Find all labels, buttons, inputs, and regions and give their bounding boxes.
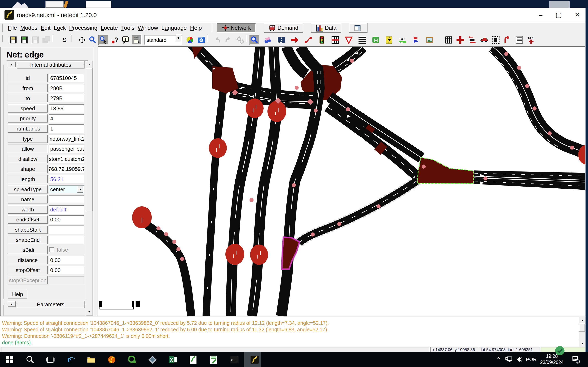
menu-button-icon[interactable]: MENU	[132, 35, 142, 45]
grid-icon[interactable]	[443, 35, 453, 45]
collapse-parameters-button[interactable]: ▲	[8, 301, 16, 307]
panel-scrollbar[interactable]: ▲ ▼	[86, 61, 93, 316]
picture-decal-icon[interactable]	[425, 35, 434, 45]
taz-icon[interactable]: TAZ	[398, 35, 407, 45]
undo-icon[interactable]	[212, 35, 222, 45]
traffic-light-icon[interactable]	[317, 35, 327, 45]
delete-eraser-icon[interactable]	[263, 35, 273, 45]
attr-label-allow[interactable]: allow	[8, 145, 48, 153]
toolbar-grip[interactable]	[212, 24, 212, 32]
save-network-icon[interactable]	[8, 35, 18, 45]
attr-value-width[interactable]: default	[49, 205, 84, 214]
folder-icon[interactable]	[87, 355, 96, 364]
attr-value-id[interactable]: 678510045	[49, 74, 84, 82]
attr-value-shapeEnd[interactable]	[49, 236, 84, 244]
attr-value-allow[interactable]: passenger bus	[49, 145, 84, 153]
ie-icon[interactable]: e	[66, 355, 75, 364]
app-grey-icon[interactable]	[148, 355, 157, 364]
arrow-red-icon[interactable]	[290, 35, 300, 45]
tray-chevron-icon[interactable]: ⌃	[494, 352, 503, 367]
list-attr-icon[interactable]	[515, 35, 524, 45]
road-network[interactable]	[99, 47, 588, 316]
inspect-lens-icon[interactable]	[250, 35, 259, 45]
redo-icon[interactable]	[223, 35, 233, 45]
save-as-grey-icon[interactable]	[41, 35, 51, 45]
attr-value-distance[interactable]: 0.00	[49, 256, 84, 264]
qgis-icon[interactable]	[128, 355, 137, 364]
save-plus-icon[interactable]	[19, 35, 29, 45]
zoom-select-icon[interactable]	[98, 35, 108, 45]
charging-icon[interactable]	[384, 35, 394, 45]
attr-value-priority[interactable]: 4	[49, 114, 84, 123]
network-tray-icon[interactable]	[504, 352, 514, 367]
message-log[interactable]: Warning: Speed of straight connection '1…	[0, 317, 588, 347]
stripes-icon[interactable]	[357, 35, 367, 45]
attr-value-disallow[interactable]: custom1 custom2	[49, 155, 84, 163]
isbidi-checkbox[interactable]	[49, 247, 54, 252]
combobox-dropdown-icon[interactable]: ▼	[176, 34, 181, 42]
network-view[interactable]	[98, 47, 588, 317]
scroll-down-icon[interactable]: ▼	[86, 309, 93, 315]
menu-help[interactable]: Help	[190, 25, 202, 31]
twoway-car-icon[interactable]	[467, 35, 477, 45]
minimize-button[interactable]: –	[534, 9, 547, 21]
scroll-down-icon[interactable]: ▼	[579, 341, 586, 347]
attr-value-stopOffset[interactable]: 0.00	[49, 266, 84, 274]
attr-value-to[interactable]: 279B	[49, 94, 84, 102]
toolbar-grip[interactable]	[2, 24, 3, 32]
attr-value-endOffset[interactable]: 0.00	[49, 215, 84, 224]
selected-junction-green[interactable]	[417, 157, 474, 184]
collapse-attributes-button[interactable]: ▲	[8, 62, 16, 67]
notification-center-icon[interactable]: 1	[570, 352, 582, 367]
flag-poi-icon[interactable]	[411, 35, 421, 45]
close-button[interactable]: ✕	[571, 9, 584, 21]
menu-window[interactable]: Window	[138, 25, 158, 31]
network-canvas[interactable]	[98, 46, 588, 316]
lane-blue-icon[interactable]	[277, 35, 286, 45]
attr-value-shape[interactable]: 768.79,19059.77	[49, 165, 84, 173]
attributes-group-label[interactable]: Internal attributes	[17, 61, 85, 68]
attr-value-name[interactable]	[49, 195, 84, 203]
menu-processing[interactable]: Processing	[69, 25, 98, 31]
attr-value-speed[interactable]: 13.89	[49, 104, 84, 113]
language-indicator[interactable]: POR	[525, 352, 537, 367]
menu-lock[interactable]: Lock	[54, 25, 66, 31]
window-list-button[interactable]	[349, 23, 367, 33]
maximize-button[interactable]: ▢	[552, 9, 565, 21]
excel-icon[interactable]: X	[168, 355, 177, 364]
gear-options-icon[interactable]	[235, 35, 245, 45]
crossing-icon[interactable]	[330, 35, 340, 45]
car-red-icon[interactable]	[479, 35, 489, 45]
win-search-icon[interactable]	[26, 355, 35, 364]
scroll-up-icon[interactable]: ▲	[86, 61, 93, 68]
scroll-up-icon[interactable]: ▲	[579, 317, 586, 324]
menu-language[interactable]: Language	[161, 25, 187, 31]
pencil-doc-icon[interactable]	[209, 355, 218, 364]
camera-snapshot-icon[interactable]	[196, 35, 206, 45]
firefox-icon[interactable]	[107, 355, 116, 364]
attr-value-shapeStart[interactable]	[49, 225, 84, 234]
junction-area[interactable]	[212, 66, 238, 93]
scrollbar-thumb[interactable]	[86, 68, 93, 211]
volume-tray-icon[interactable]	[515, 352, 524, 367]
menu-edit[interactable]: Edit	[41, 25, 51, 31]
attr-value-stopOException[interactable]	[49, 276, 84, 284]
s-button[interactable]: S	[60, 35, 69, 45]
zoom-lens-icon[interactable]	[88, 35, 98, 45]
menu-file[interactable]: File	[8, 25, 17, 31]
help-button[interactable]: Help	[8, 290, 27, 299]
netedit-task-icon[interactable]	[250, 355, 259, 364]
attr-value-numLanes[interactable]: 1	[49, 124, 84, 133]
tab-data[interactable]: Data	[311, 23, 341, 33]
menu-tools[interactable]: Tools	[121, 25, 134, 31]
attr-value-length[interactable]: 56.21	[49, 175, 84, 183]
menu-locate[interactable]: Locate	[101, 25, 118, 31]
win-start-icon[interactable]	[5, 355, 14, 364]
prohibition-icon[interactable]	[344, 35, 354, 45]
attr-label-stopOException[interactable]: stopOException	[8, 276, 48, 284]
terminal-icon[interactable]: >_	[230, 355, 239, 364]
tooltip-speech-icon[interactable]: !	[121, 35, 131, 45]
help-question-icon[interactable]: ?	[110, 35, 120, 45]
selected-junction-magenta[interactable]	[282, 237, 300, 269]
attr-value-spreadType[interactable]: center▼	[49, 185, 84, 193]
